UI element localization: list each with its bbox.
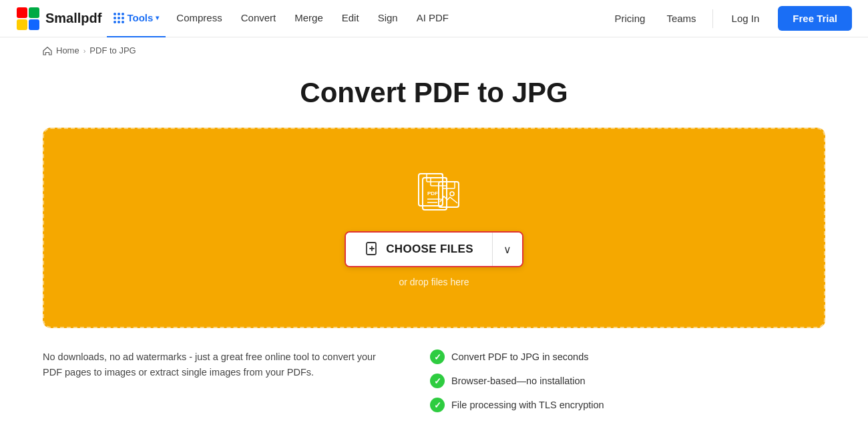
breadcrumb: Home › PDF to JPG (0, 37, 868, 63)
pdf-illustration: PDF (404, 168, 464, 218)
svg-rect-12 (443, 182, 455, 188)
features-section: No downloads, no ad watermarks - just a … (43, 349, 825, 412)
nav-links: Compress Convert Merge Edit Sign AI PDF (168, 0, 604, 37)
tools-label: Tools (127, 12, 153, 23)
svg-rect-0 (17, 7, 27, 18)
feature-item: Browser-based—no installation (430, 374, 825, 388)
choose-files-label: CHOOSE FILES (386, 243, 473, 256)
choose-files-wrapper: CHOOSE FILES ∨ or drop files here (345, 231, 523, 287)
features-list: Convert PDF to JPG in secondsBrowser-bas… (430, 349, 825, 412)
teams-link[interactable]: Teams (656, 0, 706, 37)
feature-item: File processing with TLS encryption (430, 398, 825, 412)
breadcrumb-separator: › (83, 47, 86, 55)
svg-rect-3 (29, 19, 39, 30)
edit-link[interactable]: Edit (334, 0, 367, 37)
choose-files-dropdown-button[interactable]: ∨ (493, 233, 522, 266)
feature-text: File processing with TLS encryption (451, 400, 604, 410)
nav-divider (712, 9, 713, 28)
breadcrumb-home[interactable]: Home (56, 45, 79, 55)
svg-text:PDF: PDF (427, 190, 438, 196)
logo-link[interactable]: Smallpdf (16, 7, 101, 31)
check-icon (430, 398, 445, 412)
chevron-down-icon: ∨ (503, 243, 511, 256)
free-trial-button[interactable]: Free Trial (778, 6, 852, 31)
features-text: No downloads, no ad watermarks - just a … (43, 349, 390, 380)
main-content: Convert PDF to JPG PDF (0, 63, 868, 429)
feature-text: Browser-based—no installation (451, 376, 586, 386)
pricing-link[interactable]: Pricing (604, 0, 656, 37)
svg-rect-2 (17, 19, 27, 30)
svg-rect-1 (29, 7, 39, 18)
chevron-down-icon: ▾ (156, 14, 159, 21)
ai-pdf-link[interactable]: AI PDF (409, 0, 457, 37)
home-icon (43, 46, 52, 55)
login-button[interactable]: Log In (718, 7, 773, 29)
merge-link[interactable]: Merge (286, 0, 331, 37)
convert-link[interactable]: Convert (233, 0, 284, 37)
dropzone[interactable]: PDF CHOOSE FILES (43, 128, 825, 328)
logo-icon (16, 7, 40, 31)
page-title: Convert PDF to JPG (43, 77, 825, 109)
breadcrumb-current: PDF to JPG (89, 45, 136, 55)
grid-icon (114, 13, 124, 23)
tools-button[interactable]: Tools ▾ (107, 0, 166, 37)
choose-files-button[interactable]: CHOOSE FILES (346, 233, 492, 266)
features-description: No downloads, no ad watermarks - just a … (43, 349, 390, 380)
navbar: Smallpdf Tools ▾ Compress Convert Merge … (0, 0, 868, 37)
drop-hint: or drop files here (399, 277, 469, 287)
check-icon (430, 349, 445, 364)
compress-link[interactable]: Compress (168, 0, 230, 37)
feature-text: Convert PDF to JPG in seconds (451, 351, 589, 362)
file-add-icon (365, 242, 379, 257)
svg-point-13 (450, 192, 454, 196)
choose-files-button-group[interactable]: CHOOSE FILES ∨ (345, 231, 523, 267)
brand-name: Smallpdf (45, 11, 101, 26)
check-icon (430, 374, 445, 388)
nav-right: Pricing Teams Log In Free Trial (604, 0, 852, 37)
feature-item: Convert PDF to JPG in seconds (430, 349, 825, 364)
sign-link[interactable]: Sign (370, 0, 406, 37)
